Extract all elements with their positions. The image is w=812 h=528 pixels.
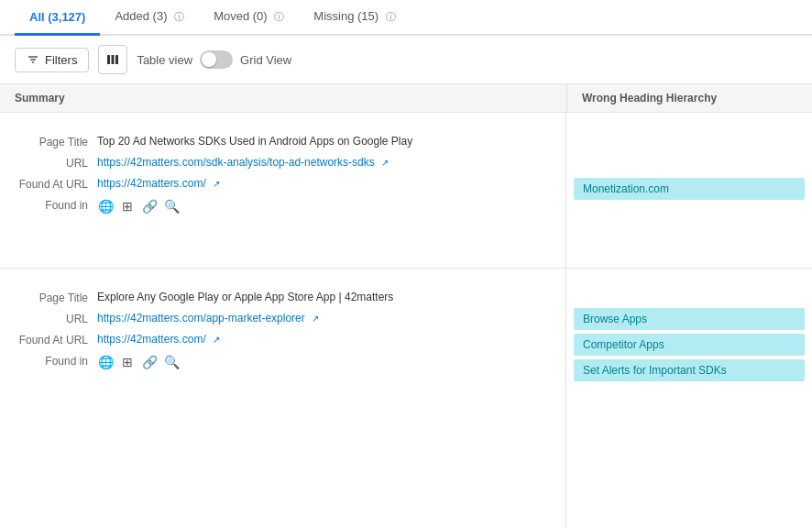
info-icon-missing: ⓘ — [386, 11, 396, 22]
found-at-url-label-2: Found At URL — [15, 333, 97, 346]
toolbar: Filters Table view Grid View — [0, 36, 812, 84]
tag-badge-set-alerts[interactable]: Set Alerts for Important SDKs — [574, 359, 805, 381]
page-title-value-2: Explore Any Google Play or Apple App Sto… — [97, 291, 551, 303]
table-row: Page Title Top 20 Ad Networks SDKs Used … — [0, 113, 565, 269]
svg-rect-3 — [107, 55, 110, 64]
info-icon-moved: ⓘ — [274, 11, 284, 22]
external-link-icon-2: ↗ — [312, 314, 319, 324]
toggle-knob — [202, 52, 216, 67]
tab-missing[interactable]: Missing (15) ⓘ — [299, 0, 410, 36]
url-link-2[interactable]: https://42matters.com/app-market-explore… — [97, 312, 305, 324]
tab-moved[interactable]: Moved (0) ⓘ — [199, 0, 299, 36]
filters-button[interactable]: Filters — [15, 48, 89, 72]
url-label-2: URL — [15, 312, 97, 325]
table-view-label: Table view — [137, 53, 192, 67]
left-column: Page Title Top 20 Ad Networks SDKs Used … — [0, 113, 566, 528]
found-at-url-link-2[interactable]: https://42matters.com/ — [97, 333, 206, 346]
right-row-2: Browse Apps Competitor Apps Set Alerts f… — [566, 269, 812, 424]
grid-icon-1: ⊞ — [119, 198, 136, 214]
found-in-icons-1: 🌐 ⊞ 🔗 🔍 — [97, 198, 180, 214]
grid-icon-2: ⊞ — [119, 354, 136, 370]
toggle-switch[interactable] — [200, 50, 233, 69]
col-wrong-heading: Wrong Heading Hierarchy — [566, 84, 812, 112]
filters-label: Filters — [45, 53, 77, 67]
tab-all[interactable]: All (3,127) — [15, 1, 100, 36]
tab-added[interactable]: Added (3) ⓘ — [100, 0, 199, 36]
found-in-label-2: Found in — [15, 354, 97, 368]
search-icon-1: 🔍 — [163, 198, 180, 214]
page-title-label-2: Page Title — [15, 291, 97, 304]
tag-badge-monetization[interactable]: Monetization.com — [574, 178, 805, 200]
right-row-1: Monetization.com — [566, 113, 812, 269]
view-columns-icon[interactable] — [98, 45, 127, 74]
external-link-icon-found-1: ↗ — [213, 179, 220, 189]
external-link-icon-1: ↗ — [381, 158, 389, 168]
col-summary: Summary — [0, 84, 566, 112]
tag-badge-competitor-apps[interactable]: Competitor Apps — [574, 334, 805, 356]
link-icon-1: 🔗 — [141, 198, 158, 214]
search-icon-2: 🔍 — [163, 354, 180, 370]
url-label-1: URL — [15, 156, 97, 170]
table-header: Summary Wrong Heading Hierarchy — [0, 84, 812, 113]
filter-icon — [27, 53, 39, 66]
grid-view-label: Grid View — [240, 53, 291, 67]
globe-icon-2: 🌐 — [97, 354, 114, 370]
svg-rect-4 — [112, 55, 115, 64]
info-icon-added: ⓘ — [174, 11, 184, 22]
tag-badge-browse-apps[interactable]: Browse Apps — [574, 308, 805, 330]
view-toggle: Table view Grid View — [137, 50, 291, 69]
right-column: Monetization.com Browse Apps Competitor … — [566, 113, 812, 528]
url-link-1[interactable]: https://42matters.com/sdk-analysis/top-a… — [97, 156, 375, 169]
found-at-url-link-1[interactable]: https://42matters.com/ — [97, 177, 206, 190]
results-area: Page Title Top 20 Ad Networks SDKs Used … — [0, 113, 812, 528]
svg-rect-5 — [115, 55, 118, 64]
tabs-bar: All (3,127) Added (3) ⓘ Moved (0) ⓘ Miss… — [0, 0, 812, 36]
found-at-url-label-1: Found At URL — [15, 177, 97, 191]
globe-icon-1: 🌐 — [97, 198, 114, 214]
found-in-label-1: Found in — [15, 198, 97, 212]
external-link-icon-found-2: ↗ — [213, 335, 220, 345]
link-icon-2: 🔗 — [141, 354, 158, 370]
page-title-label-1: Page Title — [15, 135, 97, 148]
page-title-value-1: Top 20 Ad Networks SDKs Used in Android … — [97, 135, 551, 148]
table-row: Page Title Explore Any Google Play or Ap… — [0, 269, 565, 424]
found-in-icons-2: 🌐 ⊞ 🔗 🔍 — [97, 354, 180, 370]
